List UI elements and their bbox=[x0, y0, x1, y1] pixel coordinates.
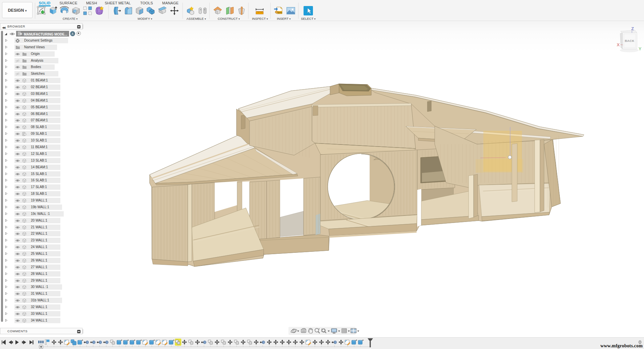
svg-text:Z: Z bbox=[631, 26, 634, 31]
svg-text:Y: Y bbox=[639, 46, 642, 51]
svg-text:X: X bbox=[617, 42, 620, 47]
svg-text:BACK: BACK bbox=[625, 39, 635, 43]
svg-text:SVG: SVG bbox=[277, 11, 282, 14]
